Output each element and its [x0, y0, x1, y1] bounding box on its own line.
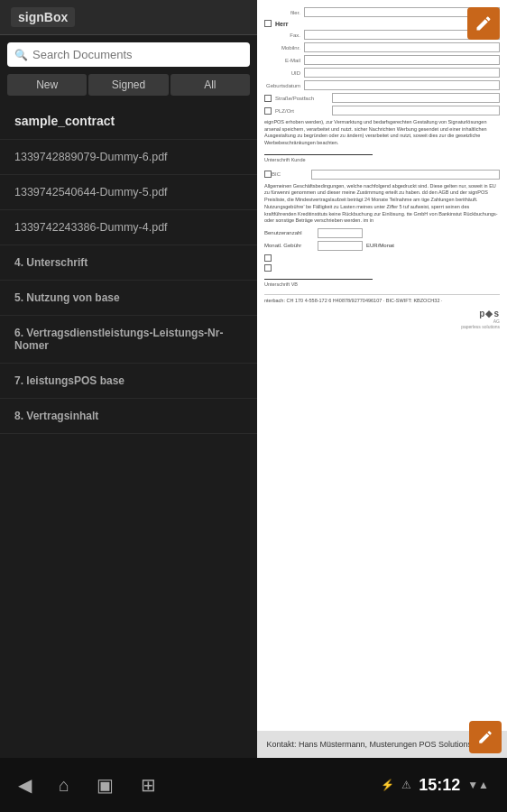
sig-line-vb — [264, 279, 373, 280]
bic-input — [311, 170, 500, 180]
tab-bar: New Signed All — [0, 74, 257, 103]
benutzeranzahl-label: Benutzeranzahl — [264, 230, 314, 235]
uid-input — [304, 68, 500, 78]
geburtsdatum-input — [304, 80, 500, 90]
clock-display: 15:12 — [419, 776, 460, 795]
pos-logo-text: p◆s — [461, 309, 500, 318]
strasse-checkbox[interactable] — [264, 95, 272, 102]
sidebar-panel: signBox 🔍 New Signed All sample_contract… — [0, 0, 257, 758]
email-input — [304, 55, 500, 65]
bic-row: BIC — [264, 170, 500, 180]
monatliche-gebuhr-row: Monatl. Gebühr EUR/Monat — [264, 241, 500, 251]
sig-text-kunde: Unterschrift Kunde — [264, 157, 500, 162]
plz-label: PLZ/Ort — [275, 108, 325, 114]
app-title: signBox — [11, 7, 75, 27]
signal-icon: ▼▲ — [467, 779, 489, 791]
strasse-label: Straße/Postfach — [275, 96, 325, 101]
recents-button[interactable]: ▣ — [97, 774, 114, 796]
tab-signed[interactable]: Signed — [88, 74, 168, 96]
strasse-row: Straße/Postfach — [264, 93, 500, 103]
list-item-1[interactable]: 1339742889079-Dummy-6.pdf — [0, 140, 257, 175]
main-text-block: eignPOS erhoben werden), zur Vermarktung… — [264, 119, 500, 147]
document-background: filer. Herr Fax. Mobilnr. E-Mail UID Geb… — [257, 0, 507, 758]
herr-label: Herr — [275, 21, 288, 27]
top-right-action-icon[interactable] — [467, 7, 500, 40]
cb1[interactable] — [264, 254, 272, 262]
herr-row: Herr — [264, 20, 500, 27]
list-item-7[interactable]: 7. leistungsPOS base — [0, 364, 257, 399]
sidebar-header: signBox — [0, 0, 257, 35]
unterschrift-vb-area: Unterschrift VB — [264, 279, 500, 287]
document-page: filer. Herr Fax. Mobilnr. E-Mail UID Geb… — [257, 0, 507, 337]
sig-line-kunde — [264, 154, 373, 155]
unterschrift-kunde-area: Unterschrift Kunde — [264, 154, 500, 162]
agb-text-block: Allgemeinen Geschäftsbedingungen, welche… — [264, 183, 500, 225]
bottom-right-action-icon[interactable] — [469, 721, 502, 753]
pos-logo: p◆s AGpaperless solutions — [461, 309, 500, 329]
mobilnr-label: Mobilnr. — [264, 45, 300, 51]
monatliche-gebuhr-label: Monatl. Gebühr — [264, 243, 314, 248]
list-item-3[interactable]: 1339742243386-Dummy-4.pdf — [0, 210, 257, 245]
bank-footer-text: nterbach: CH 170 4-558-172 6 H40878/9277… — [264, 294, 500, 305]
list-item-8[interactable]: 8. Vertragsinhalt — [0, 399, 257, 434]
filer-row: filer. — [264, 7, 500, 17]
status-area: ⚡ ⚠ 15:12 ▼▲ — [381, 776, 489, 795]
geburtsdatum-row: Geburtsdatum — [264, 80, 500, 90]
geburtsdatum-label: Geburtsdatum — [264, 83, 300, 88]
plz-row: PLZ/Ort — [264, 106, 500, 115]
list-item-2[interactable]: 1339742540644-Dummy-5.pdf — [0, 175, 257, 210]
back-button[interactable]: ◀ — [18, 774, 32, 796]
uid-row: UID — [264, 68, 500, 78]
list-item-6[interactable]: 6. Vertragsdienstleistungs-Leistungs-Nr-… — [0, 316, 257, 364]
grid-button[interactable]: ⊞ — [141, 774, 156, 796]
warning-icon: ⚠ — [401, 779, 411, 791]
strasse-input — [332, 93, 500, 103]
pos-logo-container: p◆s AGpaperless solutions — [264, 309, 500, 329]
tab-new[interactable]: New — [7, 74, 87, 96]
email-row: E-Mail — [264, 55, 500, 65]
nav-left-group: ◀ ⌂ ▣ ⊞ — [18, 774, 156, 796]
cb-row-1 — [264, 254, 500, 262]
footer-company-text: Kontakt: Hans Müstermann, Musterungen PO… — [266, 740, 497, 749]
plz-checkbox[interactable] — [264, 107, 272, 115]
email-label: E-Mail — [264, 58, 300, 63]
uid-label: UID — [264, 70, 300, 76]
herr-checkbox[interactable] — [264, 20, 272, 27]
bic-checkbox[interactable] — [264, 171, 272, 178]
document-list: sample_contract 1339742889079-Dummy-6.pd… — [0, 103, 257, 752]
search-wrapper: 🔍 — [7, 42, 250, 67]
cb-row-2 — [264, 264, 500, 272]
search-container: 🔍 — [0, 35, 257, 74]
search-input[interactable] — [7, 42, 250, 67]
filer-label: filer. — [264, 10, 300, 15]
pos-sub-text: AGpaperless solutions — [461, 318, 500, 329]
benutzeranzahl-row: Benutzeranzahl — [264, 228, 500, 238]
mobilnr-row: Mobilnr. — [264, 42, 500, 52]
sign-icon — [475, 14, 493, 32]
list-item-5[interactable]: 5. Nutzung von base — [0, 281, 257, 316]
list-item-4[interactable]: 4. Unterschrift — [0, 245, 257, 281]
search-icon: 🔍 — [14, 49, 28, 61]
eur-monat-label: EUR/Monat — [366, 243, 394, 248]
bic-label: BIC — [272, 171, 308, 177]
list-item-0[interactable]: sample_contract — [0, 103, 257, 140]
tab-all[interactable]: All — [171, 74, 250, 96]
usb-icon: ⚡ — [381, 779, 394, 791]
benutzeranzahl-input — [318, 228, 363, 238]
fax-label: Fax. — [264, 32, 300, 38]
cb2[interactable] — [264, 264, 272, 272]
sign-icon-bottom — [477, 729, 493, 745]
monatliche-gebuhr-input — [318, 241, 363, 251]
plz-input — [332, 106, 500, 115]
sig-text-vb: Unterschrift VB — [264, 281, 500, 287]
home-button[interactable]: ⌂ — [59, 775, 69, 796]
mobilnr-input — [304, 42, 500, 52]
bottom-nav-bar: ◀ ⌂ ▣ ⊞ ⚡ ⚠ 15:12 ▼▲ — [0, 758, 507, 812]
fax-row: Fax. — [264, 30, 500, 40]
